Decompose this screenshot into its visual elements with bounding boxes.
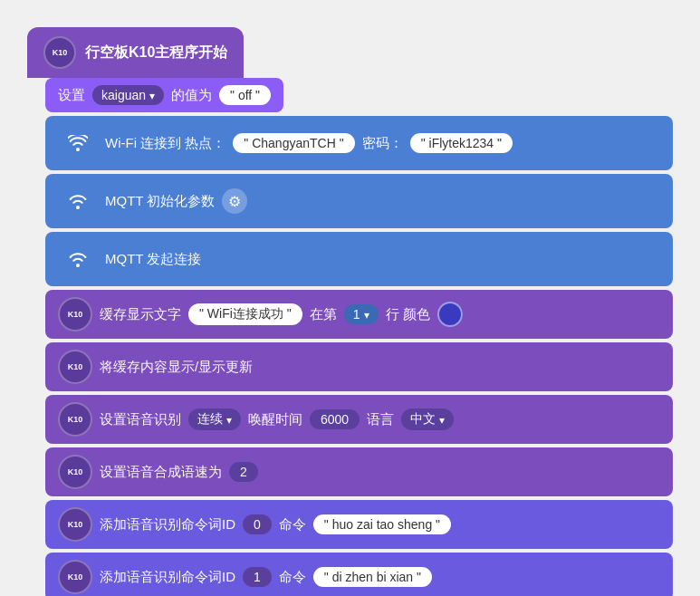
voice-cmd1-val: " huo zai tao sheng " [313, 514, 451, 534]
set-var-label: 设置 [58, 87, 85, 104]
update-display-block: K10 将缓存内容显示/显示更新 [45, 342, 673, 391]
voice-mode-dropdown[interactable]: 连续 [188, 409, 241, 430]
voice-set-block: K10 设置语音识别 连续 唤醒时间 6000 语言 中文 [45, 395, 673, 444]
voice-speed-block: K10 设置语音合成语速为 2 [45, 447, 673, 496]
set-var-de: 的值为 [171, 87, 212, 104]
cache-row-dropdown[interactable]: 1 [344, 304, 379, 324]
update-k10-icon: K10 [58, 350, 92, 384]
voice-cmd2-label: 添加语音识别命令词ID [100, 569, 235, 586]
start-block: K10 行空板K10主程序开始 [27, 27, 244, 78]
voice-lang-label: 语言 [367, 411, 394, 428]
mqtt-init-block: MQTT 初始化参数 ⚙ [45, 174, 673, 228]
voice-cmd2-cmd-label: 命令 [279, 569, 306, 586]
voice-cmd1-cmd-label: 命令 [279, 516, 306, 534]
cache-at-label: 在第 [310, 306, 337, 323]
cache-display-block: K10 缓存显示文字 " WiFi连接成功 " 在第 1 行 颜色 [45, 290, 673, 339]
k10-start-icon: K10 [43, 36, 76, 69]
cache-label: 缓存显示文字 [100, 306, 181, 323]
var-dropdown[interactable]: kaiguan [92, 85, 164, 105]
voice-cmd1-k10-icon: K10 [58, 507, 92, 542]
voice-wake-label: 唤醒时间 [248, 411, 302, 428]
voice-mode-chevron [226, 412, 232, 427]
set-var-block: 设置 kaiguan 的值为 " off " [45, 78, 283, 112]
start-label: 行空板K10主程序开始 [85, 43, 227, 62]
set-var-value: " off " [219, 85, 271, 105]
voice-lang-dropdown[interactable]: 中文 [401, 409, 454, 430]
voice-cmd1-label: 添加语音识别命令词ID [100, 516, 235, 534]
voice-cmd2-k10-icon: K10 [58, 560, 92, 594]
wifi-label: Wi-Fi 连接到 热点： [105, 135, 225, 152]
voice-set-label: 设置语音识别 [100, 411, 181, 428]
wifi-pwd-label: 密码： [362, 135, 403, 152]
mqtt-connect-block: MQTT 发起连接 [45, 232, 673, 286]
cache-row-chevron [364, 307, 369, 322]
voice-set-k10-icon: K10 [58, 402, 92, 437]
voice-speed-k10-icon: K10 [58, 455, 92, 489]
mqtt-init-label: MQTT 初始化参数 [105, 193, 215, 210]
voice-speed-label: 设置语音合成语速为 [100, 464, 222, 481]
cache-row-label: 行 颜色 [386, 306, 430, 323]
voice-lang-chevron [439, 412, 445, 427]
var-dropdown-chevron [149, 88, 155, 102]
wifi-block: Wi-Fi 连接到 热点： " ChangyanTCH " 密码： " iFly… [45, 116, 673, 170]
voice-cmd1-id: 0 [243, 514, 272, 534]
voice-cmd2-id: 1 [243, 567, 272, 587]
wifi-icon [58, 123, 98, 163]
mqtt-connect-label: MQTT 发起连接 [105, 251, 201, 268]
voice-cmd2-val: " di zhen bi xian " [313, 567, 432, 587]
mqtt-gear-button[interactable]: ⚙ [222, 188, 247, 214]
voice-cmd1-block: K10 添加语音识别命令词ID 0 命令 " huo zai tao sheng… [45, 500, 673, 549]
voice-cmd2-block: K10 添加语音识别命令词ID 1 命令 " di zhen bi xian " [45, 553, 673, 596]
mqtt-icon [58, 181, 98, 221]
color-picker[interactable] [437, 302, 463, 327]
wifi-pwd: " iFlytek1234 " [410, 133, 513, 153]
cache-text: " WiFi连接成功 " [188, 303, 302, 325]
voice-speed-val: 2 [229, 462, 258, 482]
mqtt-connect-icon [58, 239, 98, 279]
cache-k10-icon: K10 [58, 297, 92, 332]
wifi-ssid: " ChangyanTCH " [233, 133, 354, 153]
update-label: 将缓存内容显示/显示更新 [100, 359, 253, 376]
voice-wake-val: 6000 [310, 409, 360, 429]
